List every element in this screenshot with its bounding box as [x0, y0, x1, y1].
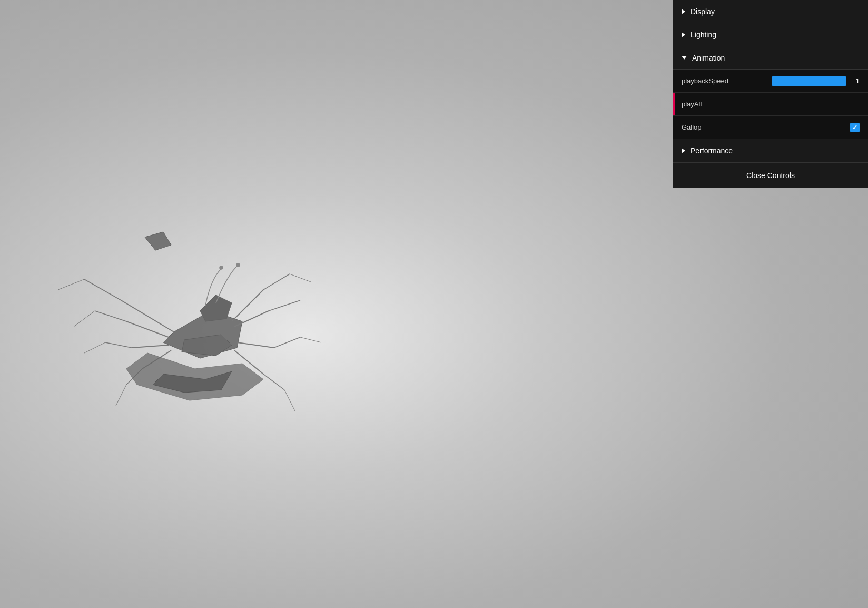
svg-line-14: [290, 274, 311, 282]
lighting-chevron-right-icon: [682, 32, 685, 37]
gallop-checkbox[interactable]: [850, 123, 860, 132]
animation-chevron-down-icon: [682, 56, 687, 60]
svg-line-17: [237, 342, 274, 348]
svg-point-23: [220, 266, 223, 269]
close-controls-button[interactable]: Close Controls: [673, 162, 868, 188]
svg-point-24: [236, 263, 240, 267]
playback-speed-label: playbackSpeed: [682, 77, 772, 85]
animation-section: Animation playbackSpeed 1 playAll Gallop: [673, 46, 868, 139]
gallop-row: Gallop: [673, 116, 868, 139]
svg-line-8: [84, 342, 105, 353]
gallop-checkbox-container[interactable]: [850, 123, 860, 132]
svg-line-0: [121, 300, 174, 332]
display-chevron-right-icon: [682, 9, 685, 14]
playback-speed-row: playbackSpeed 1: [673, 70, 868, 93]
svg-line-3: [126, 321, 169, 337]
playback-speed-control[interactable]: 1: [772, 76, 860, 86]
svg-line-22: [284, 390, 295, 411]
svg-line-18: [274, 337, 300, 348]
animation-section-header[interactable]: Animation: [673, 46, 868, 70]
svg-line-6: [132, 345, 169, 348]
display-section-label: Display: [691, 7, 715, 16]
playback-speed-value: 1: [849, 77, 860, 85]
lighting-section-label: Lighting: [691, 31, 716, 39]
performance-chevron-right-icon: [682, 148, 685, 153]
display-section-header[interactable]: Display: [673, 0, 868, 23]
svg-line-2: [58, 279, 84, 290]
playback-speed-slider[interactable]: [772, 76, 846, 86]
svg-line-16: [269, 300, 300, 311]
creature-3d-view: [42, 184, 358, 448]
svg-line-21: [263, 374, 284, 390]
svg-line-19: [300, 337, 321, 342]
gallop-label: Gallop: [682, 123, 850, 131]
svg-line-13: [263, 274, 290, 290]
performance-section-label: Performance: [691, 146, 733, 155]
svg-line-12: [232, 290, 263, 321]
svg-line-5: [74, 311, 95, 327]
play-all-label: playAll: [682, 100, 860, 108]
controls-panel: Display Lighting Animation playbackSpeed…: [673, 0, 868, 188]
svg-line-7: [105, 342, 132, 348]
lighting-section-header[interactable]: Lighting: [673, 23, 868, 46]
animation-section-label: Animation: [692, 54, 725, 62]
svg-line-1: [84, 279, 121, 300]
play-all-row[interactable]: playAll: [673, 93, 868, 116]
svg-line-11: [116, 385, 126, 406]
performance-section-header[interactable]: Performance: [673, 139, 868, 162]
svg-line-4: [95, 311, 126, 321]
